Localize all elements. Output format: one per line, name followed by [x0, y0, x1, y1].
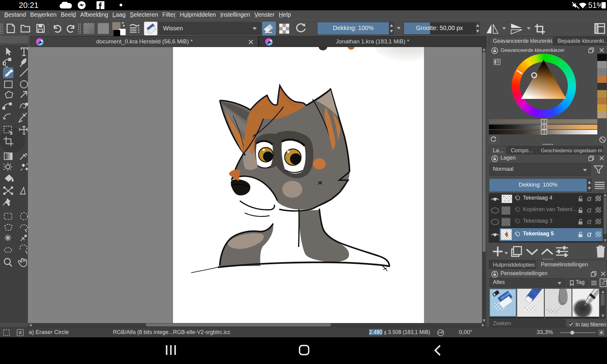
svg-text:↓↑: ↓↑ — [585, 6, 588, 9]
